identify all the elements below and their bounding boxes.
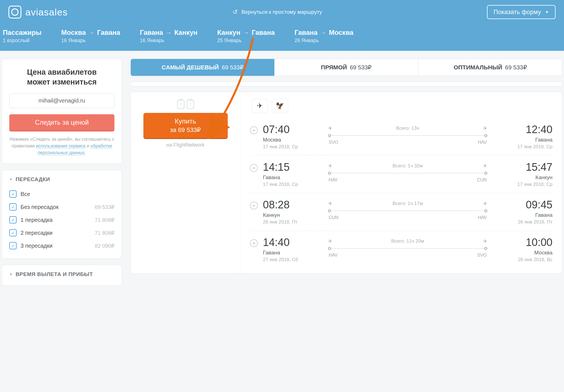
price-watch-heading: Цена авиабилетов может измениться xyxy=(9,67,114,87)
show-form-button[interactable]: Показать форму ▼ xyxy=(487,5,556,19)
route-date: 16 Январь xyxy=(140,38,198,44)
tab-price: 69 533₽ xyxy=(505,64,527,71)
tab-label: ПРЯМОЙ xyxy=(321,64,347,71)
buy-button[interactable]: Купить за 69 533₽ xyxy=(143,113,228,138)
checkbox[interactable]: ✓ xyxy=(9,203,17,211)
back-label: Вернуться к простому маршруту xyxy=(242,9,322,15)
filter-label: 3 пересадки xyxy=(21,243,53,249)
tab-cheapest[interactable]: САМЫЙ ДЕШЕВЫЙ 69 533₽ xyxy=(131,59,274,76)
tab-direct[interactable]: ПРЯМОЙ 69 533₽ xyxy=(274,59,418,76)
plane-takeoff-icon: ✈ xyxy=(328,163,332,169)
pin-icon[interactable]: ★ xyxy=(250,126,258,134)
checkbox[interactable]: ✓ xyxy=(9,242,17,249)
triangle-down-icon: ▼ xyxy=(9,272,13,276)
dep-time: 08:28 xyxy=(263,199,319,211)
dep-date: 26 янв 2018, Пт xyxy=(263,219,319,225)
back-to-simple-route[interactable]: ↺ Вернуться к простому маршруту xyxy=(73,8,482,16)
terms-link[interactable]: использования сервиса xyxy=(36,143,85,149)
departure-filter-toggle[interactable]: ▼ ВРЕМЯ ВЫЛЕТА И ПРИБЫТ xyxy=(9,271,114,277)
route-to: Гавана xyxy=(97,29,120,37)
filter-price: 82 090₽ xyxy=(95,243,114,249)
route-date: 25 Январь xyxy=(217,38,275,44)
transfers-filter-card: ▼ ПЕРЕСАДКИ ✓ Все ✓ Без пересадок 69 533… xyxy=(2,170,122,259)
checked-bag-icon: ? xyxy=(187,100,194,109)
baggage-icons: ? ? xyxy=(177,100,194,109)
flight-segment: ★ 14:40 Гавана 27 янв 2018, Сб ✈ Всего: … xyxy=(250,231,552,268)
arrow-right-icon: → xyxy=(89,29,94,36)
legal-text: Нажимая «Следить за ценой», вы соглашает… xyxy=(9,136,114,156)
duration: Всего: 1ч 17м xyxy=(392,201,423,206)
price-watch-card: Цена авиабилетов может измениться Следит… xyxy=(2,59,122,164)
pin-icon[interactable]: ★ xyxy=(250,164,258,172)
route-date: 26 Январь xyxy=(294,38,353,44)
arr-time: 10:00 xyxy=(526,236,552,249)
dep-code: HAV xyxy=(329,253,338,258)
filter-row-all[interactable]: ✓ Все xyxy=(9,188,114,200)
dep-city: Москва xyxy=(263,137,319,143)
watch-price-button[interactable]: Следить за ценой xyxy=(9,114,114,131)
duration: Всего: 13ч xyxy=(396,126,419,131)
dep-time: 14:40 xyxy=(263,236,319,249)
filter-label: 1 пересадка xyxy=(21,217,53,223)
dep-code: CUN xyxy=(329,215,339,220)
passengers-title: Пассажиры xyxy=(3,29,42,37)
tab-optimal[interactable]: ОПТИМАЛЬНЫЙ 69 533₽ xyxy=(418,59,562,76)
dep-time: 14:15 xyxy=(263,161,319,173)
filter-row-direct[interactable]: ✓ Без пересадок 69 533₽ xyxy=(9,200,114,213)
filter-row-2stops[interactable]: ✓ 2 пересадки 71 808₽ xyxy=(9,226,114,239)
filter-price: 69 533₽ xyxy=(95,204,114,210)
plane-land-icon: ✈ xyxy=(483,200,487,207)
plane-takeoff-icon: ✈ xyxy=(328,200,332,207)
route-leg-2[interactable]: Гавана → Канкун 16 Январь xyxy=(140,29,198,44)
transfers-title: ПЕРЕСАДКИ xyxy=(15,176,50,183)
filter-label: Без пересадок xyxy=(21,204,58,210)
route-leg-1[interactable]: Москва → Гавана 16 Январь xyxy=(61,29,120,44)
plane-takeoff-icon: ✈ xyxy=(328,125,332,131)
checkbox[interactable]: ✓ xyxy=(9,190,17,198)
logo-icon xyxy=(8,6,21,19)
route-from: Москва xyxy=(61,29,86,37)
filter-label: Все xyxy=(21,191,30,197)
tab-label: ОПТИМАЛЬНЫЙ xyxy=(454,64,502,71)
buy-price: за 69 533₽ xyxy=(152,126,219,134)
filter-row-1stop[interactable]: ✓ 1 пересадка 71 808₽ xyxy=(9,213,114,226)
plane-land-icon: ✈ xyxy=(483,238,487,244)
pin-icon[interactable]: ★ xyxy=(250,239,258,247)
pin-icon[interactable]: ★ xyxy=(250,202,258,209)
chevron-down-icon: ▼ xyxy=(545,10,549,14)
route-leg-3[interactable]: Канкун → Гавана 25 Январь xyxy=(217,29,275,44)
arr-date: 17 янв 2018, Ср xyxy=(517,144,552,150)
airline-logo: 🦅 xyxy=(272,99,288,113)
arrow-right-icon: → xyxy=(321,29,326,36)
arr-city: Гавана xyxy=(535,137,552,143)
checkbox[interactable]: ✓ xyxy=(9,229,17,236)
route-from: Гавана xyxy=(140,29,163,37)
arr-date: 26 янв 2018, Пт xyxy=(518,219,552,225)
passengers-block[interactable]: Пассажиры 1 взрослый xyxy=(3,29,42,44)
checkbox[interactable]: ✓ xyxy=(9,216,17,224)
dep-code: SVO xyxy=(329,140,338,145)
transfers-filter-toggle[interactable]: ▼ ПЕРЕСАДКИ xyxy=(9,176,114,183)
swap-icon: ↺ xyxy=(233,8,238,16)
route-to: Гавана xyxy=(252,29,275,37)
arrow-right-icon: → xyxy=(243,29,249,36)
flight-segment: ★ 14:15 Гавана 17 янв 2018, Ср ✈ Всего: … xyxy=(250,156,552,193)
route-date: 16 Январь xyxy=(61,38,120,44)
arr-time: 12:40 xyxy=(526,124,552,136)
plane-land-icon: ✈ xyxy=(483,163,487,169)
brand-logo[interactable]: aviasales xyxy=(8,6,68,19)
arrow-right-icon: → xyxy=(166,29,172,36)
dep-date: 17 янв 2018, Ср xyxy=(263,144,319,150)
plane-land-icon: ✈ xyxy=(483,125,487,131)
duration: Всего: 11ч 20м xyxy=(391,238,424,244)
flight-segment: ★ 08:28 Канкун 26 янв 2018, Пт ✈ Всего: … xyxy=(250,193,552,231)
seller-label: на FlightNetwork xyxy=(166,142,204,148)
route-leg-4[interactable]: Гавана → Москва 26 Январь xyxy=(294,29,353,44)
email-field[interactable] xyxy=(9,93,114,108)
show-form-label: Показать форму xyxy=(494,8,541,16)
filter-row-3stops[interactable]: ✓ 3 пересадки 82 090₽ xyxy=(9,239,114,252)
airline-logo: ✈ xyxy=(252,99,268,113)
search-progress xyxy=(130,82,562,86)
filter-price: 71 808₽ xyxy=(95,230,114,236)
dep-time: 07:40 xyxy=(263,124,319,136)
